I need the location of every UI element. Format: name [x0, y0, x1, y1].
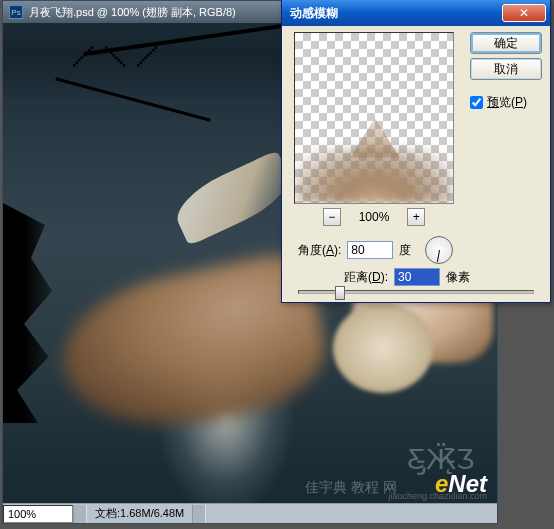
dialog-buttons: 确定 取消 预览(P): [470, 32, 542, 111]
distance-label: 距离(D):: [344, 269, 388, 286]
dialog-title: 动感模糊: [290, 5, 502, 22]
ps-app-icon: Ps: [9, 5, 23, 19]
preview-checkbox[interactable]: [470, 96, 483, 109]
angle-unit: 度: [399, 242, 411, 259]
angle-row: 角度(A): 度: [298, 236, 453, 264]
preview-checkbox-label: 预览(P): [487, 94, 527, 111]
zoom-in-button[interactable]: +: [407, 208, 425, 226]
preview-pane[interactable]: [294, 32, 454, 204]
distance-unit: 像素: [446, 269, 470, 286]
angle-label: 角度(A):: [298, 242, 341, 259]
preview-checkbox-row[interactable]: 预览(P): [470, 94, 542, 111]
ok-button[interactable]: 确定: [470, 32, 542, 54]
distance-input[interactable]: [394, 268, 440, 286]
status-bar: 100% 文档:1.68M/6.48M: [3, 503, 497, 523]
angle-input[interactable]: [347, 241, 393, 259]
watermark-text: 佳宇典 教程 网: [305, 479, 397, 497]
watermark-url: jiaocheng.chazidian.com: [388, 491, 487, 501]
dialog-body: − 100% + 确定 取消 预览(P) 角度(A): 度 距离(D): 像素: [282, 26, 550, 302]
zoom-value: 100%: [8, 508, 36, 520]
bird-body: [333, 303, 433, 393]
ps-title: 月夜飞翔.psd @ 100% (翅膀 副本, RGB/8): [29, 5, 236, 20]
preview-content: [295, 148, 453, 203]
preview-zoom-row: − 100% +: [294, 208, 454, 226]
distance-row: 距离(D): 像素: [344, 268, 470, 286]
dialog-titlebar[interactable]: 动感模糊 ✕: [282, 0, 550, 26]
motion-blur-dialog: 动感模糊 ✕ − 100% + 确定 取消 预览(P) 角度(A): 度: [281, 0, 551, 303]
twigs: ⟋⟍⟋: [63, 33, 159, 78]
zoom-out-button[interactable]: −: [323, 208, 341, 226]
close-button[interactable]: ✕: [502, 4, 546, 22]
preview-zoom-value: 100%: [359, 210, 390, 224]
doc-info: 文档:1.68M/6.48M: [87, 506, 192, 521]
angle-dial[interactable]: [425, 236, 453, 264]
zoom-field[interactable]: 100%: [3, 505, 73, 523]
status-separator-2[interactable]: [192, 505, 206, 523]
cancel-button[interactable]: 取消: [470, 58, 542, 80]
distance-slider[interactable]: [298, 290, 534, 294]
status-separator[interactable]: [73, 505, 87, 523]
slider-thumb[interactable]: [335, 286, 345, 300]
butterfly-icon: Ƹ̵̡Ӝ̵̨̄Ʒ: [407, 443, 447, 473]
